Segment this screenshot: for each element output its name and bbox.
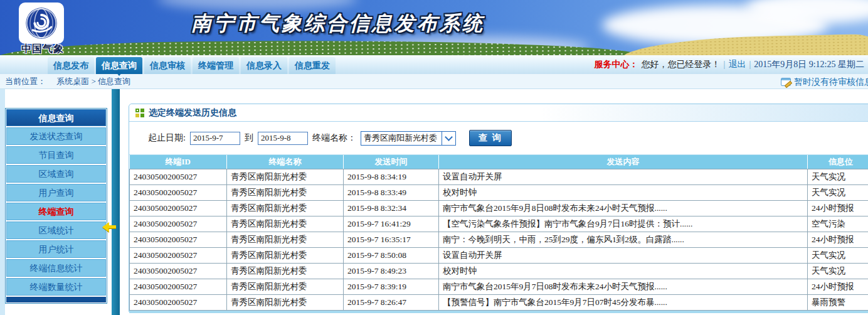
nav-tab[interactable]: 信息录入 [241,57,287,74]
table-row: 240305002005027 青秀区南阳新光村委 2015-9-7 16:41… [130,216,868,232]
table-row: 240305002005027 青秀区南阳新光村委 2015-9-7 8:49:… [130,263,868,279]
sidebar-item[interactable]: 终端查询 [6,203,106,220]
send-time-cell: 2015-9-7 8:50:08 [344,247,439,263]
terminal-select[interactable]: 青秀区南阳新光村委 [361,131,456,146]
terminal-name-cell: 青秀区南阳新光村委 [227,200,344,216]
content-area: 信息查询 发送状态查询 节目查询 区域查询 用户查询 终端查询 区域统计 用户统… [0,89,868,315]
send-content-cell: 校对时钟 [439,184,808,200]
send-content-cell: 设置自动开关屏 [439,247,808,263]
cma-logo [19,3,64,44]
sidebar-item[interactable]: 区域统计 [6,222,106,239]
datetime-text: 2015年9月8日 9:12:25 星期二 [754,59,864,70]
send-time-cell: 2015-9-7 16:41:29 [344,216,439,232]
info-type-cell: 天气实况 [808,169,868,184]
sidebar-item[interactable]: 终端数量统计 [6,278,106,296]
sidebar-divider [112,89,120,315]
date-from-input[interactable] [190,132,240,145]
search-button[interactable]: 查 询 [469,130,512,146]
table-header-cell: 终端ID [130,155,227,169]
separator: | [749,60,751,70]
info-type-cell: 天气实况 [808,184,868,200]
nav-tab[interactable]: 信息查询 [96,57,142,74]
terminal-id-cell: 240305002005027 [130,184,227,200]
terminal-name-cell: 青秀区南阳新光村委 [227,169,344,184]
terminal-name-label: 终端名称： [312,132,356,144]
breadcrumb-label: 当前位置： [5,77,46,86]
table-header-row: 终端ID 终端名称 发送时间 发送内容 信息位 [130,155,868,169]
query-form: 起止日期: 到 终端名称： 青秀区南阳新光村委 查 询 [129,122,868,155]
table-row: 240305002005027 青秀区南阳新光村委 2015-9-7 8:39:… [130,279,868,294]
panel-header: 选定终端发送历史信息 [129,104,868,122]
info-type-cell: 24小时预报 [808,200,868,216]
terminal-name-cell: 青秀区南阳新光村委 [227,184,344,200]
webpart-grid-icon [135,109,144,117]
nav-tab[interactable]: 信息重发 [289,57,336,74]
pending-review-notice: 暂时没有待审核信息 [781,74,868,89]
send-time-cell: 2015-9-8 8:32:34 [344,200,439,216]
nav-tab[interactable]: 信息发布 [48,57,94,74]
terminal-name-cell: 青秀区南阳新光村委 [227,263,344,279]
terminal-id-cell: 240305002005027 [130,232,227,247]
send-time-cell: 2015-9-8 8:33:49 [344,184,439,200]
breadcrumb: 当前位置： 系统桌面 > 信息查询 [5,74,130,88]
terminal-id-cell: 240305002005027 [130,294,227,310]
terminal-id-cell: 240305002005027 [130,247,227,263]
sidebar-header: 信息查询 [6,109,106,126]
sidebar-item[interactable]: 用户统计 [6,240,106,258]
nav-tab[interactable]: 信息审核 [144,57,191,74]
table-header-cell: 发送内容 [439,155,808,169]
info-type-cell: 天气实况 [808,247,868,263]
history-table: 终端ID 终端名称 发送时间 发送内容 信息位 240305002005027 [129,155,868,311]
terminal-id-cell: 240305002005027 [130,216,227,232]
sidebar-item[interactable]: 用户查询 [6,184,106,201]
info-type-cell: 暴雨预警 [808,294,868,310]
left-gutter [0,89,5,315]
terminal-id-cell: 240305002005027 [130,169,227,184]
sidebar-item[interactable]: 区域查询 [6,165,106,183]
sidebar-item[interactable]: 发送状态查询 [6,127,106,145]
send-content-cell: 南宁：今晚到明天，中雨，25到29度，偏东风1到2级。白露踏...... [439,232,808,247]
sidebar-items: 发送状态查询 节目查询 区域查询 用户查询 终端查询 区域统计 用户统计 终端信… [6,127,106,296]
send-content-cell: 校对时钟 [439,263,808,279]
table-bottom-bar [129,311,868,313]
terminal-name-cell: 青秀区南阳新光村委 [227,216,344,232]
sidebar-footer [6,297,106,302]
site-title: 南宁市气象综合信息发布系统 [191,10,485,38]
date-range-label: 起止日期: [148,132,186,144]
panel-title: 选定终端发送历史信息 [149,107,236,119]
logo-spiral-icon [23,5,60,41]
nav-tab[interactable]: 终端管理 [193,57,239,74]
greeting-text: 您好，您已经登录！ [642,59,721,70]
send-time-cell: 2015-9-7 8:26:47 [344,294,439,310]
terminal-name-cell: 青秀区南阳新光村委 [227,294,344,310]
terminal-name-cell: 青秀区南阳新光村委 [227,232,344,247]
logout-link[interactable]: 退出 [728,59,746,70]
separator: | [724,60,726,70]
table-row: 240305002005027 青秀区南阳新光村委 2015-9-8 8:34:… [130,169,868,184]
sidebar: 信息查询 发送状态查询 节目查询 区域查询 用户查询 终端查询 区域统计 用户统… [5,108,107,304]
sidebar-collapse-arrow[interactable] [102,222,119,232]
info-type-cell: 24小时预报 [808,279,868,294]
info-type-cell: 天气实况 [808,263,868,279]
send-content-cell: 【预警信号】南宁市气象台2015年9月7日07时45分发布暴...... [439,294,808,310]
table-row: 240305002005027 青秀区南阳新光村委 2015-9-8 8:33:… [130,184,868,200]
table-header-cell: 发送时间 [344,155,439,169]
sidebar-item[interactable]: 终端信息统计 [6,259,106,277]
to-label: 到 [245,132,253,144]
table-header-cell: 信息位 [808,155,868,169]
table-row: 240305002005027 青秀区南阳新光村委 2015-9-7 8:50:… [130,247,868,263]
terminal-id-cell: 240305002005027 [130,263,227,279]
table-row: 240305002005027 青秀区南阳新光村委 2015-9-7 8:26:… [130,294,868,310]
history-panel: 选定终端发送历史信息 起止日期: 到 终端名称： 青秀区南阳新光村委 查 询 [129,104,868,312]
table-row: 240305002005027 青秀区南阳新光村委 2015-9-7 16:35… [130,232,868,247]
date-to-input[interactable] [258,132,308,145]
terminal-select-value: 青秀区南阳新光村委 [361,132,437,144]
table-row: 240305002005027 青秀区南阳新光村委 2015-9-8 8:32:… [130,200,868,216]
main-navbar: 信息发布 信息查询 信息审核 终端管理 信息录入 信息重发 服务中心： 您好，您… [0,55,868,74]
terminal-id-cell: 240305002005027 [130,279,227,294]
info-type-cell: 24小时预报 [808,232,868,247]
logo-caption: 中国气象 [11,43,74,55]
sidebar-item[interactable]: 节目查询 [6,146,106,164]
note-pencil-icon [781,78,791,86]
send-content-cell: 南宁市气象台2015年9月8日08时发布未来24小时天气预报...... [439,200,808,216]
